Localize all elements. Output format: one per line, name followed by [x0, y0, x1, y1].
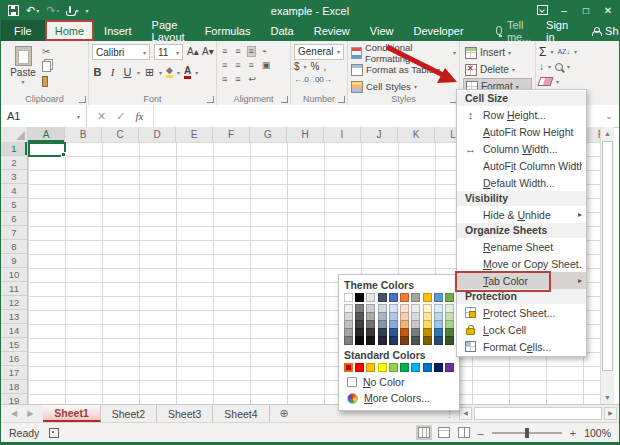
color-swatch[interactable]: [434, 336, 443, 345]
column-header-b[interactable]: B: [65, 127, 102, 142]
color-swatch[interactable]: [434, 293, 443, 302]
insert-cells-button[interactable]: Insert ▾: [463, 44, 532, 61]
standard-color-swatch[interactable]: [434, 363, 443, 372]
color-swatch[interactable]: [423, 336, 432, 345]
row-header-5[interactable]: 5: [1, 198, 27, 212]
color-swatch[interactable]: [400, 336, 409, 345]
minimize-button[interactable]: –: [553, 5, 575, 16]
sign-in-button[interactable]: Sign in: [534, 20, 580, 41]
middle-align-button[interactable]: ≡: [233, 46, 242, 57]
color-swatch[interactable]: [378, 293, 387, 302]
active-cell-selection[interactable]: [28, 142, 66, 157]
color-swatch[interactable]: [445, 336, 454, 345]
new-sheet-icon[interactable]: ⊕: [270, 405, 299, 422]
row-header-16[interactable]: 16: [1, 352, 27, 366]
row-header-12[interactable]: 12: [1, 296, 27, 310]
column-header-d[interactable]: D: [139, 127, 176, 142]
menu-item-column-width[interactable]: ↔Column Width...: [457, 140, 586, 157]
row-header-4[interactable]: 4: [1, 184, 27, 198]
format-painter-icon[interactable]: [42, 76, 48, 87]
standard-color-swatch[interactable]: [366, 363, 375, 372]
more-colors-item[interactable]: More Colors...: [344, 390, 454, 406]
menu-item-hide-unhide[interactable]: Hide & Unhide▸: [457, 206, 586, 223]
color-swatch[interactable]: [445, 293, 454, 302]
zoom-slider-thumb[interactable]: [525, 428, 529, 438]
save-icon[interactable]: [8, 5, 19, 16]
cut-icon[interactable]: ✂: [42, 47, 51, 57]
row-header-6[interactable]: 6: [1, 212, 27, 226]
sort-filter-button[interactable]: AZ↓: [557, 48, 569, 55]
grow-font-button[interactable]: A▴: [187, 47, 198, 57]
standard-color-swatch[interactable]: [445, 363, 454, 372]
bottom-align-button[interactable]: ≡: [247, 46, 256, 57]
dialog-launcher-icon[interactable]: [281, 96, 288, 103]
page-break-view-icon[interactable]: [458, 427, 470, 438]
font-size-select[interactable]: 11▾: [154, 44, 183, 60]
color-swatch[interactable]: [400, 293, 409, 302]
horizontal-scrollbar[interactable]: ⋮ ◀ ▶: [442, 405, 619, 422]
tab-developer[interactable]: Developer: [403, 20, 473, 41]
menu-item-rename-sheet[interactable]: Rename Sheet: [457, 238, 586, 255]
standard-color-swatch[interactable]: [344, 363, 353, 372]
maximize-button[interactable]: □: [575, 5, 597, 16]
row-header-8[interactable]: 8: [1, 240, 27, 254]
menu-item-default-width[interactable]: Default Width...: [457, 174, 586, 191]
clear-button[interactable]: [538, 77, 554, 86]
dialog-launcher-icon[interactable]: [79, 96, 86, 103]
row-header-13[interactable]: 13: [1, 310, 27, 324]
horizontal-scroll-thumb[interactable]: [474, 407, 602, 420]
paste-button[interactable]: Paste ▾: [4, 44, 42, 93]
italic-button[interactable]: I: [107, 67, 118, 78]
shrink-font-button[interactable]: A▾: [202, 47, 213, 57]
redo-button[interactable]: ↷▾: [46, 5, 59, 16]
menu-item-lock-cell[interactable]: Lock Cell: [457, 321, 586, 338]
column-header-k[interactable]: K: [398, 127, 435, 142]
insert-function-icon[interactable]: fx: [135, 110, 143, 122]
zoom-level[interactable]: 100%: [584, 427, 611, 439]
zoom-in-icon[interactable]: +: [570, 427, 576, 439]
percent-button[interactable]: %: [311, 61, 320, 72]
row-header-10[interactable]: 10: [1, 268, 27, 282]
tab-view[interactable]: View: [360, 20, 404, 41]
format-as-table-button[interactable]: Format as Table ▾: [351, 61, 456, 78]
top-align-button[interactable]: ≡: [220, 46, 229, 57]
zoom-out-icon[interactable]: –: [478, 427, 484, 439]
row-header-9[interactable]: 9: [1, 254, 27, 268]
color-swatch[interactable]: [366, 336, 375, 345]
customize-qat-icon[interactable]: ▾: [85, 7, 88, 14]
scroll-down-icon[interactable]: ▼: [601, 391, 614, 404]
row-header-11[interactable]: 11: [1, 282, 27, 296]
vertical-scroll-thumb[interactable]: [602, 141, 613, 371]
color-swatch[interactable]: [378, 336, 387, 345]
menu-item-autofit-row-height[interactable]: AutoFit Row Height: [457, 123, 586, 140]
color-swatch[interactable]: [411, 336, 420, 345]
expand-formula-bar-icon[interactable]: ⌄: [599, 111, 619, 121]
row-header-2[interactable]: 2: [1, 156, 27, 170]
menu-item-move-or-copy-sheet[interactable]: Move or Copy Sheet...: [457, 255, 586, 272]
borders-button[interactable]: ⊞: [144, 67, 155, 78]
tab-insert[interactable]: Insert: [94, 20, 142, 41]
close-button[interactable]: ✕: [597, 5, 619, 16]
color-swatch[interactable]: [411, 293, 420, 302]
ribbon-display-options-button[interactable]: [531, 5, 553, 17]
cancel-icon[interactable]: ✕: [97, 110, 106, 123]
row-header-19[interactable]: 19: [1, 394, 27, 404]
wrap-text-button[interactable]: ↩: [247, 74, 259, 85]
menu-item-protect-sheet[interactable]: Protect Sheet...: [457, 304, 586, 321]
tab-review[interactable]: Review: [304, 20, 360, 41]
font-color-button[interactable]: A: [184, 66, 191, 79]
scroll-up-icon[interactable]: ▲: [601, 127, 614, 140]
color-swatch[interactable]: [355, 293, 364, 302]
underline-button[interactable]: U: [122, 67, 133, 78]
tab-page-layout[interactable]: Page Layout: [142, 20, 195, 41]
align-left-button[interactable]: ≡: [220, 60, 229, 71]
fill-button[interactable]: ↓: [539, 62, 544, 72]
normal-view-icon[interactable]: [418, 427, 430, 438]
column-header-e[interactable]: E: [176, 127, 213, 142]
no-color-item[interactable]: No Color: [344, 374, 454, 390]
currency-button[interactable]: $: [294, 61, 300, 72]
menu-item-autofit-column-width[interactable]: AutoFit Column Width: [457, 157, 586, 174]
zoom-slider[interactable]: [492, 432, 562, 434]
increase-indent-button[interactable]: ≡: [233, 74, 242, 85]
share-button[interactable]: Share: [580, 20, 620, 41]
